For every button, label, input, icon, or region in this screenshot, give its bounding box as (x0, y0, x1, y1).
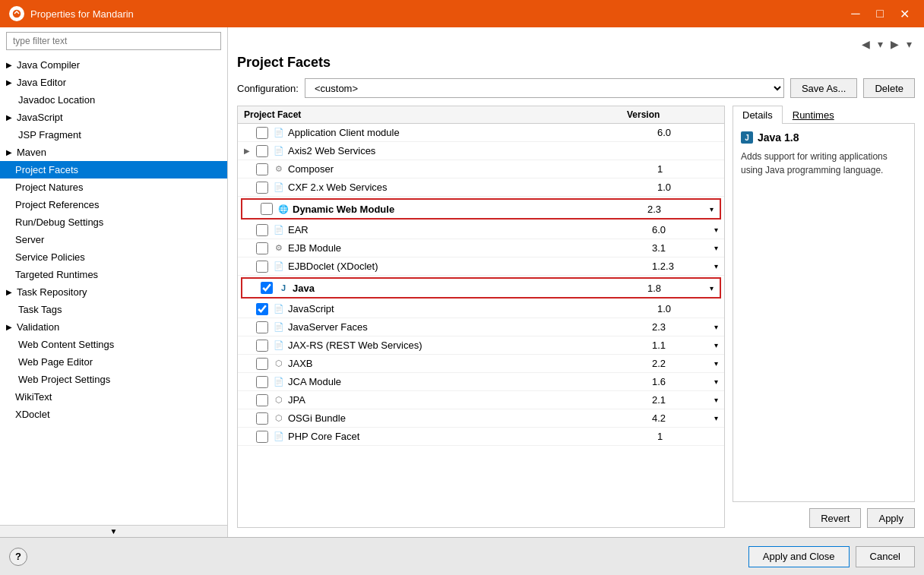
sidebar-item-javascript[interactable]: ▶ JavaScript (0, 109, 227, 126)
expand-icon: ▶ (6, 113, 12, 122)
facet-version: 1.1 (652, 340, 713, 351)
version-dropdown-icon[interactable]: ▾ (714, 244, 718, 252)
table-row[interactable]: ⚙ EJB Module 3.1 ▾ (238, 239, 724, 257)
revert-button[interactable]: Revert (809, 508, 861, 528)
facet-checkbox-axis2[interactable] (256, 145, 268, 157)
facet-version: 6.0 (657, 127, 718, 138)
table-row-highlighted-java[interactable]: J Java 1.8 ▾ (241, 277, 721, 299)
expand-icon: ▶ (6, 323, 12, 331)
table-row-highlighted-dynamic-web[interactable]: 🌐 Dynamic Web Module 2.3 ▾ (241, 198, 721, 220)
facet-checkbox-jpa[interactable] (256, 394, 268, 406)
facets-table-body[interactable]: 📄 Application Client module 6.0 ▶ 📄 Axis… (238, 124, 724, 527)
table-row[interactable]: 📄 EAR 6.0 ▾ (238, 221, 724, 239)
sidebar-item-validation[interactable]: ▶ Validation (0, 318, 227, 336)
facet-checkbox-osgi[interactable] (256, 412, 268, 425)
details-tabs: Details Runtimes (733, 106, 915, 124)
facet-checkbox-jca[interactable] (256, 376, 268, 388)
nav-forward-dropdown-button[interactable]: ▾ (903, 36, 915, 52)
nav-dropdown-button[interactable]: ▾ (875, 36, 886, 52)
tab-details[interactable]: Details (733, 106, 783, 124)
table-row[interactable]: ▶ 📄 Axis2 Web Services (238, 142, 724, 160)
config-select[interactable]: <custom> (305, 78, 784, 98)
minimize-button[interactable]: ─ (845, 3, 866, 24)
sidebar-item-javadoc-location[interactable]: Javadoc Location (0, 91, 227, 109)
sidebar-item-server[interactable]: Server (0, 231, 227, 248)
sidebar-item-project-natures[interactable]: Project Natures (0, 179, 227, 196)
facet-checkbox-cxf[interactable] (256, 182, 268, 194)
sidebar-item-web-project-settings[interactable]: Web Project Settings (0, 371, 227, 388)
save-as-button[interactable]: Save As... (790, 78, 858, 98)
version-dropdown-icon[interactable]: ▾ (714, 378, 718, 386)
facet-checkbox-composer[interactable] (256, 163, 268, 175)
facet-checkbox-ejbdoclet[interactable] (256, 261, 268, 273)
version-dropdown-icon[interactable]: ▾ (714, 341, 718, 349)
table-row[interactable]: ⚙ Composer 1 (238, 160, 724, 179)
facet-checkbox-ear[interactable] (256, 224, 268, 236)
sidebar-scroll-down[interactable]: ▼ (110, 527, 118, 536)
version-dropdown-icon[interactable]: ▾ (714, 226, 718, 234)
version-dropdown-icon[interactable]: ▾ (714, 396, 718, 404)
nav-forward-button[interactable]: ▶ (888, 36, 902, 52)
table-row[interactable]: 📄 Application Client module 6.0 (238, 124, 724, 142)
table-row[interactable]: 📄 JavaServer Faces 2.3 ▾ (238, 318, 724, 336)
sidebar-item-xdoclet[interactable]: XDoclet (0, 406, 227, 423)
version-dropdown-icon[interactable]: ▾ (714, 323, 718, 331)
sidebar-item-java-compiler[interactable]: ▶ Java Compiler (0, 56, 227, 74)
sidebar-item-task-tags[interactable]: Task Tags (0, 301, 227, 318)
facet-checkbox-jaxb[interactable] (256, 358, 268, 370)
sidebar-item-jsp-fragment[interactable]: JSP Fragment (0, 126, 227, 144)
sidebar-item-targeted-runtimes[interactable]: Targeted Runtimes (0, 266, 227, 283)
table-row[interactable]: 📄 CXF 2.x Web Services 1.0 (238, 179, 724, 197)
sidebar-item-wikitext[interactable]: WikiText (0, 388, 227, 406)
facet-version: 2.1 (652, 394, 713, 406)
facet-checkbox-app-client[interactable] (256, 127, 268, 139)
facet-checkbox-jsf[interactable] (256, 321, 268, 333)
config-row: Configuration: <custom> Save As... Delet… (237, 78, 915, 98)
table-row[interactable]: ⬡ JAXB 2.2 ▾ (238, 355, 724, 373)
delete-button[interactable]: Delete (863, 78, 915, 98)
sidebar-item-task-repository[interactable]: ▶ Task Repository (0, 283, 227, 301)
page-title: Project Facets (237, 55, 915, 71)
table-row[interactable]: 📄 JAX-RS (REST Web Services) 1.1 ▾ (238, 336, 724, 355)
sidebar-item-web-page-editor[interactable]: Web Page Editor (0, 353, 227, 371)
facet-checkbox-javascript[interactable] (256, 303, 268, 315)
table-row[interactable]: 📄 EJBDoclet (XDoclet) 1.2.3 ▾ (238, 257, 724, 276)
facet-checkbox-ejb[interactable] (256, 242, 268, 254)
facet-checkbox-jax-rs[interactable] (256, 340, 268, 352)
nav-back-button[interactable]: ◀ (859, 36, 873, 52)
version-dropdown-icon[interactable]: ▾ (714, 414, 718, 422)
table-row[interactable]: 📄 JCA Module 1.6 ▾ (238, 373, 724, 391)
sidebar-item-service-policies[interactable]: Service Policies (0, 248, 227, 266)
sidebar-item-project-facets[interactable]: Project Facets (0, 161, 227, 179)
maximize-button[interactable]: □ (869, 3, 891, 24)
help-button[interactable]: ? (9, 548, 27, 566)
facet-version: 1.0 (657, 182, 718, 193)
version-dropdown-icon[interactable]: ▾ (714, 262, 718, 270)
sidebar-item-label: Targeted Runtimes (15, 269, 98, 280)
table-row[interactable]: 📄 PHP Core Facet 1 (238, 428, 724, 446)
facet-version: 1.2.3 (652, 261, 713, 272)
apply-and-close-button[interactable]: Apply and Close (748, 546, 850, 567)
cancel-button[interactable]: Cancel (856, 546, 915, 567)
sidebar-item-run-debug-settings[interactable]: Run/Debug Settings (0, 213, 227, 231)
sidebar-item-web-content-settings[interactable]: Web Content Settings (0, 336, 227, 353)
table-row[interactable]: 📄 JavaScript 1.0 (238, 300, 724, 318)
version-dropdown-icon[interactable]: ▾ (710, 205, 714, 213)
version-dropdown-icon[interactable]: ▾ (710, 284, 714, 292)
facet-checkbox-php[interactable] (256, 431, 268, 443)
version-dropdown-icon[interactable]: ▾ (714, 359, 718, 368)
sidebar-item-label: Web Page Editor (18, 356, 93, 368)
table-row[interactable]: ⬡ JPA 2.1 ▾ (238, 391, 724, 409)
apply-button[interactable]: Apply (867, 508, 915, 528)
filter-input[interactable] (6, 32, 221, 50)
close-button[interactable]: ✕ (894, 3, 915, 24)
table-row[interactable]: ⬡ OSGi Bundle 4.2 ▾ (238, 409, 724, 428)
sidebar-item-label: Run/Debug Settings (15, 216, 103, 228)
sidebar-item-project-references[interactable]: Project References (0, 196, 227, 213)
facet-checkbox-dynamic-web[interactable] (261, 203, 273, 215)
sidebar-item-maven[interactable]: ▶ Maven (0, 144, 227, 161)
sidebar-item-java-editor[interactable]: ▶ Java Editor (0, 74, 227, 91)
tab-runtimes[interactable]: Runtimes (783, 106, 844, 124)
facet-version: 2.3 (652, 321, 713, 333)
facet-checkbox-java[interactable] (261, 282, 273, 294)
